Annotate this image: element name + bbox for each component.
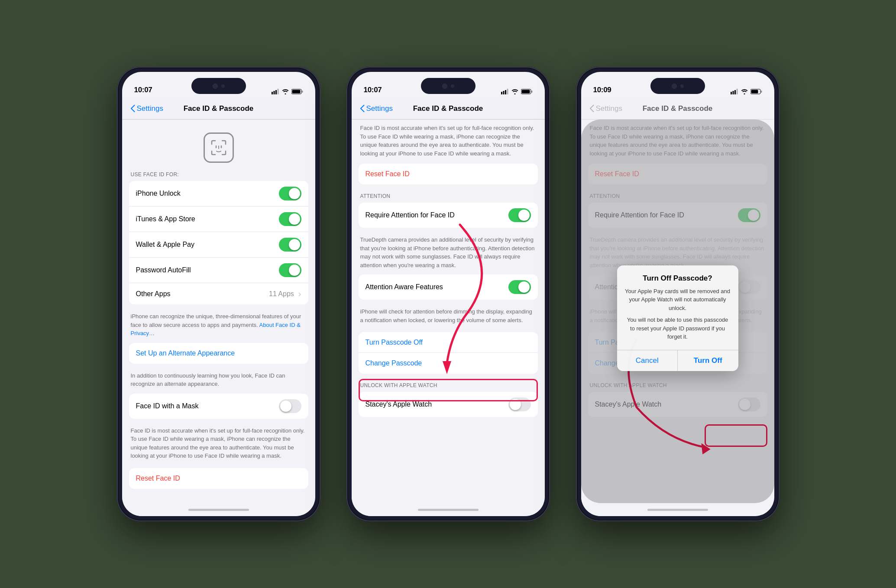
other-apps-count: 11 Apps bbox=[269, 290, 294, 298]
attention-aware-label-2: Attention Aware Features bbox=[366, 283, 443, 291]
nav-bar-3: Settings Face ID & Passcode bbox=[581, 98, 774, 120]
wifi-icon-3 bbox=[741, 89, 748, 94]
list-item-mask[interactable]: Face ID with a Mask bbox=[129, 394, 308, 419]
dynamic-island-3 bbox=[650, 78, 705, 94]
attention-body-2: TrueDepth camera provides an additional … bbox=[352, 232, 545, 275]
reset-faceid-group: Reset Face ID bbox=[129, 468, 308, 489]
svg-rect-2 bbox=[275, 90, 277, 94]
list-item-apple-watch-2[interactable]: Stacey's Apple Watch bbox=[359, 392, 538, 417]
svg-rect-19 bbox=[734, 90, 736, 94]
home-indicator-1 bbox=[122, 503, 315, 516]
back-label-3: Settings bbox=[596, 104, 622, 113]
svg-rect-11 bbox=[505, 90, 506, 94]
svg-rect-20 bbox=[736, 89, 738, 94]
status-time-3: 10:09 bbox=[593, 86, 611, 94]
alternate-appearance-group: Set Up an Alternate Appearance bbox=[129, 343, 308, 364]
status-icons-2 bbox=[501, 89, 533, 94]
list-item-reset-faceid[interactable]: Reset Face ID bbox=[129, 468, 308, 489]
home-indicator-2 bbox=[352, 503, 545, 516]
dialog-turn-off-button[interactable]: Turn Off bbox=[678, 350, 738, 371]
reset-faceid-group-2: Reset Face ID bbox=[359, 164, 538, 184]
phone-2: 10:07 Settings Face ID & Passcode Face I… bbox=[346, 67, 550, 521]
face-sensor-3 bbox=[680, 84, 684, 88]
phone-1-screen: 10:07 Settings Face ID & Passcode bbox=[122, 72, 315, 516]
attention-aware-toggle-2[interactable] bbox=[508, 280, 531, 294]
require-attention-toggle-2[interactable] bbox=[508, 208, 531, 222]
other-apps-label: Other Apps bbox=[136, 290, 171, 298]
wifi-icon bbox=[282, 89, 289, 94]
iphone-unlock-label: iPhone Unlock bbox=[136, 190, 181, 197]
list-item-require-attention-2[interactable]: Require Attention for Face ID bbox=[359, 203, 538, 228]
dialog-content: Turn Off Passcode? Your Apple Pay cards … bbox=[617, 265, 738, 350]
list-item-reset-faceid-2[interactable]: Reset Face ID bbox=[359, 164, 538, 184]
back-button-1[interactable]: Settings bbox=[131, 104, 163, 113]
screen-content-1: USE FACE ID FOR: iPhone Unlock iTunes & … bbox=[122, 120, 315, 503]
attention-group-2: Require Attention for Face ID bbox=[359, 203, 538, 228]
phone-2-frame: 10:07 Settings Face ID & Passcode Face I… bbox=[346, 67, 550, 521]
itunes-toggle[interactable] bbox=[279, 212, 301, 226]
phone-1-frame: 10:07 Settings Face ID & Passcode bbox=[117, 67, 320, 521]
back-label-2: Settings bbox=[366, 104, 393, 113]
section-header-unlock-2: UNLOCK WITH APPLE WATCH bbox=[352, 382, 545, 392]
alternate-appearance-label[interactable]: Set Up an Alternate Appearance bbox=[136, 349, 235, 357]
use-face-id-group: iPhone Unlock iTunes & App Store Wallet … bbox=[129, 181, 308, 304]
change-passcode-label-2[interactable]: Change Passcode bbox=[366, 359, 422, 367]
front-camera-2 bbox=[442, 84, 447, 89]
dialog-message-2: You will not be able to use this passcod… bbox=[625, 316, 731, 341]
screen-content-2: Face ID is most accurate when it's set u… bbox=[352, 120, 545, 503]
itunes-label: iTunes & App Store bbox=[136, 215, 195, 223]
attention-aware-group-2: Attention Aware Features bbox=[359, 275, 538, 300]
wallet-toggle[interactable] bbox=[279, 238, 301, 252]
apple-watch-group-2: Stacey's Apple Watch bbox=[359, 392, 538, 417]
about-faceid-link[interactable]: About Face ID & Privacy… bbox=[131, 322, 301, 337]
iphone-unlock-toggle[interactable] bbox=[279, 187, 301, 200]
apple-watch-label-2: Stacey's Apple Watch bbox=[366, 401, 432, 408]
svg-rect-1 bbox=[273, 91, 275, 94]
home-bar-3 bbox=[647, 509, 708, 511]
home-bar-1 bbox=[188, 509, 249, 511]
svg-rect-6 bbox=[302, 90, 303, 93]
partial-top-text-2: Face ID is most accurate when it's set u… bbox=[352, 120, 545, 164]
battery-icon bbox=[291, 89, 303, 94]
svg-rect-0 bbox=[272, 92, 273, 94]
dialog-cancel-button[interactable]: Cancel bbox=[617, 350, 678, 371]
list-item-turn-passcode-off-2[interactable]: Turn Passcode Off bbox=[359, 332, 538, 353]
page-title-2: Face ID & Passcode bbox=[413, 104, 483, 113]
dialog-buttons: Cancel Turn Off bbox=[617, 350, 738, 371]
back-button-3: Settings bbox=[590, 104, 622, 113]
list-item-attention-aware-2[interactable]: Attention Aware Features bbox=[359, 275, 538, 300]
list-item-wallet[interactable]: Wallet & Apple Pay bbox=[129, 232, 308, 258]
svg-rect-14 bbox=[521, 90, 530, 94]
dynamic-island bbox=[191, 78, 246, 94]
list-item-iphone-unlock[interactable]: iPhone Unlock bbox=[129, 181, 308, 207]
phone-3-frame: 10:09 Settings Face ID & Passcode Face I… bbox=[576, 67, 780, 521]
dynamic-island-2 bbox=[421, 78, 475, 94]
list-item-other-apps[interactable]: Other Apps 11 Apps bbox=[129, 283, 308, 304]
autofill-toggle[interactable] bbox=[279, 263, 301, 277]
other-apps-chevron bbox=[297, 289, 301, 299]
autofill-label: Password AutoFill bbox=[136, 266, 191, 274]
battery-icon-3 bbox=[750, 89, 762, 94]
dialog-title: Turn Off Passcode? bbox=[625, 274, 731, 283]
turn-passcode-off-label-2[interactable]: Turn Passcode Off bbox=[366, 339, 423, 346]
attention-aware-body-2: iPhone will check for attention before d… bbox=[352, 304, 545, 330]
svg-rect-23 bbox=[761, 90, 762, 93]
reset-faceid-label[interactable]: Reset Face ID bbox=[136, 475, 180, 482]
back-button-2[interactable]: Settings bbox=[360, 104, 393, 113]
reset-faceid-label-2[interactable]: Reset Face ID bbox=[366, 170, 410, 178]
list-item-change-passcode-2[interactable]: Change Passcode bbox=[359, 353, 538, 374]
svg-rect-10 bbox=[503, 91, 504, 94]
faceid-graphic bbox=[209, 138, 228, 157]
signal-icon-2 bbox=[501, 89, 509, 94]
alternate-appearance-desc: In addition to continuously learning how… bbox=[122, 368, 315, 394]
list-item-alternate-appearance[interactable]: Set Up an Alternate Appearance bbox=[129, 343, 308, 364]
back-label-1: Settings bbox=[137, 104, 163, 113]
mask-toggle[interactable] bbox=[279, 399, 301, 413]
list-item-autofill[interactable]: Password AutoFill bbox=[129, 258, 308, 283]
apple-watch-toggle-2[interactable] bbox=[508, 397, 531, 411]
back-chevron-icon-2 bbox=[360, 105, 365, 112]
signal-icon-3 bbox=[731, 89, 738, 94]
list-item-itunes[interactable]: iTunes & App Store bbox=[129, 207, 308, 232]
front-camera-3 bbox=[672, 84, 677, 89]
faceid-description: iPhone can recognize the unique, three-d… bbox=[122, 309, 315, 343]
